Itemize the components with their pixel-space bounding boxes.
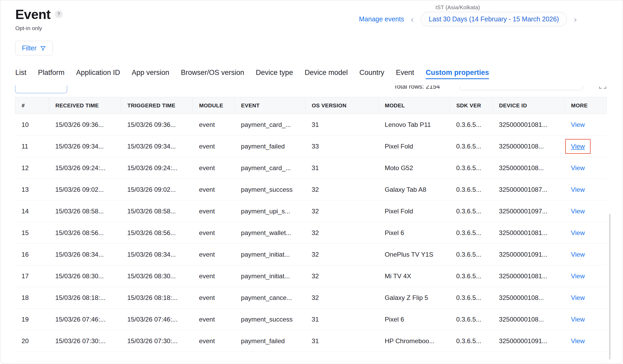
cell-module: event [193,222,235,244]
cell-module: event [193,330,235,352]
cell-os: 31 [305,309,378,330]
cell-triggered: 15/03/26 08:18:... [121,287,193,309]
view-link[interactable]: View [571,294,585,301]
page-title: Event [15,7,51,22]
help-icon[interactable]: ? [55,10,63,18]
tab-device-type[interactable]: Device type [256,69,293,79]
cell-event: payment_success [235,179,305,200]
tab-browser-os-version[interactable]: Browser/OS version [181,69,244,79]
cell-received: 15/03/26 09:36... [49,114,121,136]
cell-model: Pixel 6 [378,309,450,330]
cell-more: View [565,244,607,265]
cell-os: 32 [305,222,378,244]
cell-sdk: 0.3.6.5... [450,136,493,157]
cell-triggered: 15/03/26 09:24:... [121,157,193,179]
cell-device: 325000001081... [493,222,565,244]
cell-module: event [193,287,235,309]
search-input[interactable] [459,85,583,90]
cell-num: 10 [15,114,49,136]
cell-model: Lenovo Tab P11 [378,114,450,136]
cell-received: 15/03/26 09:34... [49,136,121,157]
view-link[interactable]: View [571,143,585,150]
table-row: 1715/03/26 08:30...15/03/26 08:30...even… [15,265,607,287]
view-link[interactable]: View [571,337,585,344]
tab-event[interactable]: Event [396,69,414,79]
column-header-module: MODULE [193,97,235,114]
tab-list[interactable]: List [15,69,26,79]
event-table-header-row: #RECEIVED TIMETRIGGERED TIMEMODULEEVENTO… [15,97,607,114]
cell-num: 17 [15,265,49,287]
cell-triggered: 15/03/26 07:30:... [121,330,193,352]
cell-sdk: 0.3.6.5... [450,309,493,330]
cell-module: event [193,200,235,222]
chevron-left-icon[interactable]: ‹ [411,15,414,23]
cell-event: payment_card_... [235,157,305,179]
column-header-: # [15,97,49,114]
cell-num: 11 [15,136,49,157]
cell-num: 13 [15,179,49,200]
cell-num: 16 [15,244,49,265]
cell-sdk: 0.3.6.5... [450,330,493,352]
cell-model: Pixel Fold [378,200,450,222]
cell-os: 31 [305,114,378,136]
filter-button[interactable]: Filter [15,41,53,55]
manage-events-link[interactable]: Manage events [359,15,404,23]
table-row: 2015/03/26 07:30:...15/03/26 07:30:...ev… [15,330,607,352]
cell-device: 32500000108... [493,157,565,179]
clipped-toolbar-button[interactable] [15,85,67,93]
cell-module: event [193,179,235,200]
expand-icon[interactable] [598,85,607,91]
cell-sdk: 0.3.6.5... [450,222,493,244]
cell-sdk: 0.3.6.5... [450,157,493,179]
date-controls: Manage events ‹ Last 30 Days (14 Februar… [359,12,577,26]
tab-country[interactable]: Country [359,69,384,79]
view-link[interactable]: View [571,164,585,171]
chevron-right-icon[interactable]: › [574,15,577,23]
column-header-device-id: DEVICE ID [493,97,565,114]
cell-more: View [565,114,607,136]
cell-received: 15/03/26 09:02... [49,179,121,200]
cell-module: event [193,244,235,265]
cell-os: 32 [305,244,378,265]
view-link[interactable]: View [571,208,585,215]
cell-num: 12 [15,157,49,179]
column-header-sdk-ver: SDK VER [450,97,493,114]
cell-received: 15/03/26 08:34... [49,244,121,265]
cell-more: View [565,330,607,352]
cell-device: 325000001097... [493,200,565,222]
cell-model: Moto G52 [378,157,450,179]
view-link[interactable]: View [571,316,585,323]
cell-num: 15 [15,222,49,244]
tab-device-model[interactable]: Device model [305,69,348,79]
tab-application-id[interactable]: Application ID [76,69,120,79]
view-link[interactable]: View [571,186,585,193]
column-header-more: MORE [565,97,607,114]
cell-model: OnePlus TV Y1S [378,244,450,265]
clipped-toolbar: Total rows: 2154 [15,85,607,97]
cell-received: 15/03/26 07:46:... [49,309,121,330]
cell-model: HP Chromeboo... [378,330,450,352]
tab-app-version[interactable]: App version [132,69,169,79]
cell-event: payment_failed [235,136,305,157]
tab-custom-properties[interactable]: Custom properties [426,69,489,79]
cell-sdk: 0.3.6.5... [450,244,493,265]
cell-event: payment_success [235,309,305,330]
cell-module: event [193,157,235,179]
view-link[interactable]: View [571,251,585,258]
cell-device: 325000001081... [493,114,565,136]
vertical-scrollbar[interactable] [609,214,611,360]
view-link[interactable]: View [571,229,585,236]
view-link[interactable]: View [571,272,585,280]
cell-sdk: 0.3.6.5... [450,114,493,136]
column-header-event: EVENT [235,97,305,114]
cell-sdk: 0.3.6.5... [450,200,493,222]
cell-device: 325000001081... [493,265,565,287]
cell-received: 15/03/26 08:18:... [49,287,121,309]
total-rows-label: Total rows: 2154 [394,85,440,90]
tab-platform[interactable]: Platform [38,69,65,79]
date-range-picker[interactable]: Last 30 Days (14 February - 15 March 202… [421,12,567,26]
view-link[interactable]: View [571,121,585,128]
cell-triggered: 15/03/26 08:34... [121,244,193,265]
cell-received: 15/03/26 08:58... [49,200,121,222]
filter-button-label: Filter [22,44,37,52]
